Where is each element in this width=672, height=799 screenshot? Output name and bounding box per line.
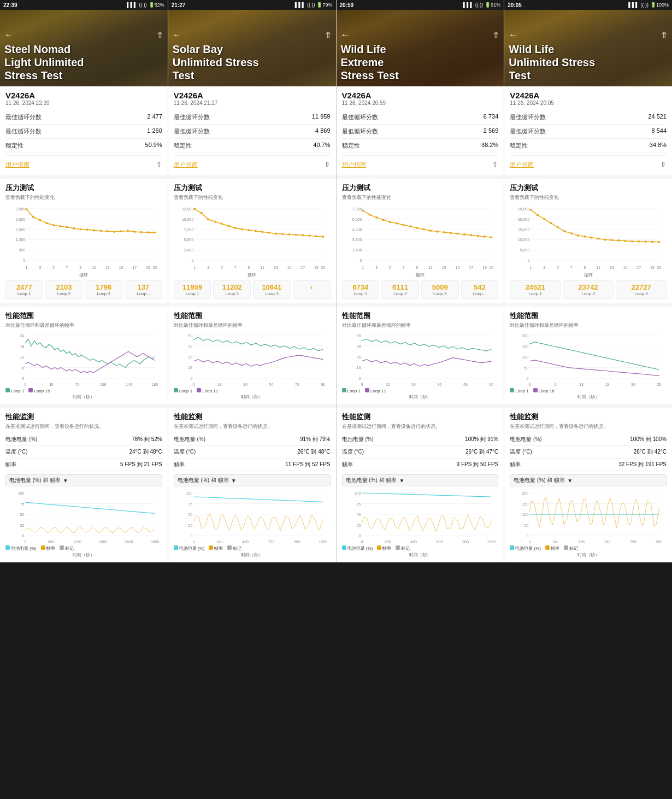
stat-value: 6 734 [484,113,499,121]
user-guide-link[interactable]: 用户指南 [342,161,366,169]
svg-text:100: 100 [522,513,529,516]
user-guide-row: 用户指南 ⇧ [174,155,331,171]
range-chart: 01325385001836547290 [174,332,331,387]
loop-num-2: 11202 [215,283,249,291]
user-guide-link[interactable]: 用户指南 [510,161,534,169]
monitor-row: 温度 (°C) 26°C 到 48°C [174,446,331,459]
status-bar: 22:39 ▌▌▌ ((·)) 🔋52% [0,0,168,10]
share-icon[interactable]: ⇧ [492,160,498,169]
battery-dropdown[interactable]: 电池电量 (%) 和 帧率 ▼ [174,474,331,486]
range-legend: Loop 1 Loop 15 [5,388,162,393]
pressure-xlabel: 循环 [5,272,162,278]
range-section: 性能范围 对比最佳循环和最差循环的帧率 01325385001224364860… [337,307,504,404]
battery-legend: 电池电量 (%)帧率标记 [510,545,667,551]
svg-text:0: 0 [361,540,363,544]
svg-point-106 [247,229,250,231]
svg-text:19: 19 [482,266,487,269]
svg-text:7: 7 [66,266,68,269]
svg-point-183 [429,230,432,232]
battery-legend: 电池电量 (%)帧率标记 [342,545,499,551]
header: ← ⇧ Wild LifeUnlimited StressTest [504,10,672,86]
dropdown-arrow-icon: ▼ [399,478,404,484]
user-guide-link[interactable]: 用户指南 [174,161,198,169]
share-icon[interactable]: ⇧ [156,160,162,169]
svg-text:0: 0 [24,383,26,386]
svg-point-182 [422,228,425,231]
svg-text:4,200: 4,200 [352,228,362,232]
svg-point-180 [409,225,411,227]
svg-point-253 [563,230,565,232]
signal-icon: ▌▌▌ [463,2,474,8]
svg-text:128: 128 [579,540,585,544]
monitor-row: 温度 (°C) 24°C 到 48°C [5,446,162,459]
svg-point-256 [584,236,586,238]
svg-point-179 [402,224,404,226]
monitor-value: 91% 到 79% [300,436,331,443]
user-guide-link[interactable]: 用户指南 [5,161,30,169]
loop-value-3: 10641 Loop 3 [253,280,291,299]
monitor-label: 温度 (°C) [342,448,364,456]
back-icon[interactable]: ← [4,30,13,40]
stat-row: 稳定性 38.2% [342,139,499,153]
svg-point-173 [362,210,364,212]
svg-text:1000: 1000 [487,540,496,544]
svg-text:800: 800 [462,540,469,544]
wifi-icon: ((·)) [139,2,147,8]
svg-text:60: 60 [489,383,493,386]
svg-text:50: 50 [356,334,361,338]
loop-num-3: 5009 [423,283,457,291]
header-title: Solar BayUnlimited StressTest [173,43,332,82]
monitor-row: 电池电量 (%) 100% 到 100% [510,433,667,446]
svg-point-255 [577,234,579,237]
svg-text:15: 15 [119,266,123,269]
svg-point-35 [107,230,109,232]
battery-dropdown[interactable]: 电池电量 (%) 和 帧率 ▼ [5,474,162,486]
share-header-icon[interactable]: ⇧ [325,30,332,40]
svg-text:15: 15 [623,266,628,269]
share-header-icon[interactable]: ⇧ [661,30,668,40]
loop-value-3: 5009 Loop 3 [421,280,459,299]
share-icon[interactable]: ⇧ [660,160,667,169]
stat-row: 最佳循环分数 24 521 [510,110,667,125]
svg-point-174 [368,214,370,216]
header-nav: ← ⇧ [4,30,163,40]
header: ← ⇧ Solar BayUnlimited StressTest [168,10,336,86]
svg-point-117 [322,236,324,238]
loop-num-1: 2477 [8,283,41,291]
stat-row: 最佳循环分数 2 477 [5,110,162,125]
loop-value-2: 2103 Loop 2 [45,280,83,299]
back-icon[interactable]: ← [509,30,517,40]
monitor-value: 11 FPS 到 52 FPS [285,461,330,468]
user-guide-row: 用户指南 ⇧ [510,155,667,171]
loop-num-4: 542 [463,283,497,291]
svg-point-262 [624,240,627,242]
range-title: 性能范围 [342,311,499,321]
loop-num-1: 11959 [176,283,209,291]
loop-label-2: Loop 2 [565,291,611,296]
stat-label: 最低循环分数 [342,127,378,136]
svg-text:13: 13 [610,266,614,269]
battery-dropdown[interactable]: 电池电量 (%) 和 帧率 ▼ [342,474,499,486]
svg-point-267 [658,241,661,243]
svg-text:0: 0 [527,534,529,538]
stat-value: 34.8% [650,142,667,150]
header-nav: ← ⇧ [509,30,668,40]
device-name: V2426A [174,91,331,100]
monitor-value: 26°C 到 47°C [465,448,498,456]
stat-value: 40.7% [313,142,330,150]
back-icon[interactable]: ← [341,30,350,40]
battery-legend-item: 帧率 [41,545,55,551]
monitor-row: 电池电量 (%) 100% 到 91% [342,433,499,446]
svg-point-265 [645,240,647,243]
share-icon[interactable]: ⇧ [324,160,331,169]
share-header-icon[interactable]: ⇧ [492,30,499,40]
svg-text:13: 13 [356,366,361,369]
monitor-value: 100% 到 91% [465,436,498,443]
svg-text:3,800: 3,800 [352,238,362,242]
share-header-icon[interactable]: ⇧ [156,30,163,40]
back-icon[interactable]: ← [173,30,181,40]
svg-point-254 [570,232,573,234]
battery-dropdown[interactable]: 电池电量 (%) 和 帧率 ▼ [510,474,667,486]
loop-label-3: Loop 3 [255,291,288,296]
stat-label: 稳定性 [342,142,360,150]
